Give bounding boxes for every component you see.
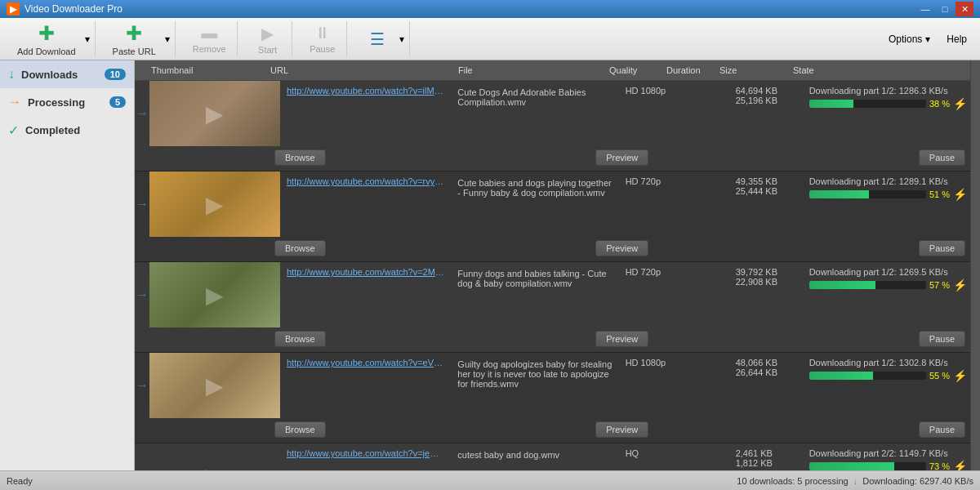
help-label: Help xyxy=(947,33,967,45)
downloads-count: 10 xyxy=(105,69,126,80)
dl-duration-1 xyxy=(679,81,733,146)
table-row: → ▶ http://www.youtube.com/watch?v=ilMzs… xyxy=(135,81,970,172)
pause-button-2[interactable]: Pause xyxy=(919,240,965,256)
dl-duration-3 xyxy=(679,262,733,327)
pause-button-3[interactable]: Pause xyxy=(919,331,965,347)
dl-file-col-2: Cute babies and dogs playing together - … xyxy=(451,172,621,237)
queue-group: ☰ ▾ xyxy=(354,21,410,57)
dl-speed-icon-1: ⚡ xyxy=(953,97,967,110)
dl-state-1: Downloading part 1/2: 1286.3 KB/s 38 % ⚡ xyxy=(806,81,970,146)
dl-main-2: → ▶ http://www.youtube.com/watch?v=rvyrG… xyxy=(135,172,970,237)
dl-url-3[interactable]: http://www.youtube.com/watch?v=2MzrMpM8O… xyxy=(287,267,444,277)
header-quality: Quality xyxy=(604,64,662,77)
window-controls: — □ ✕ xyxy=(916,2,973,16)
options-arrow-icon: ▾ xyxy=(925,33,930,45)
start-label: Start xyxy=(258,45,277,55)
add-download-button[interactable]: ✚ Add Download xyxy=(10,21,83,57)
preview-button-2[interactable]: Preview xyxy=(595,240,648,256)
dl-info-1: http://www.youtube.com/watch?v=ilMzs1UHE… xyxy=(280,81,451,146)
preview-button-3[interactable]: Preview xyxy=(595,331,648,347)
dl-progress-bar-5 xyxy=(809,462,926,470)
remove-group: ▬ Remove xyxy=(182,21,238,57)
dl-progress-bar-1 xyxy=(809,100,926,108)
table-row: → ▶ http://www.youtube.com/watch?v=jeNuh… xyxy=(135,443,970,470)
dl-file-col-3: Funny dogs and babies talking - Cute dog… xyxy=(451,262,621,327)
dl-url-5[interactable]: http://www.youtube.com/watch?v=jeNuhCzkk… xyxy=(287,448,444,458)
dl-file-2: Cute babies and dogs playing together - … xyxy=(457,178,615,198)
add-download-dropdown[interactable]: ▾ xyxy=(83,32,91,47)
paste-url-dropdown[interactable]: ▾ xyxy=(163,32,172,47)
pause-button-4[interactable]: Pause xyxy=(919,421,965,438)
dl-size2-2: 25,444 KB xyxy=(736,186,803,196)
dl-quality-5: HQ xyxy=(622,443,679,470)
minimize-button[interactable]: — xyxy=(916,2,934,16)
dl-url-2[interactable]: http://www.youtube.com/watch?v=rvyrGEzE-… xyxy=(287,176,444,186)
header-url: URL xyxy=(265,64,453,77)
close-button[interactable]: ✕ xyxy=(956,2,973,16)
paste-url-button[interactable]: ✚ Paste URL xyxy=(105,21,163,57)
dl-state-3: Downloading part 1/2: 1269.5 KB/s 57 % ⚡ xyxy=(806,262,970,327)
dl-url-4[interactable]: http://www.youtube.com/watch?v=eV8k2cpAp… xyxy=(287,358,444,368)
scrollbar[interactable] xyxy=(970,60,980,470)
header-file: File xyxy=(453,64,604,77)
browse-button-3[interactable]: Browse xyxy=(274,331,326,347)
header-state: State xyxy=(788,64,970,77)
dl-state-text-4: Downloading part 1/2: 1302.8 KB/s xyxy=(809,358,967,368)
browse-button-4[interactable]: Browse xyxy=(274,421,326,438)
dl-thumb-2: ▶ xyxy=(149,172,280,237)
dl-speed-icon-3: ⚡ xyxy=(953,278,967,292)
dl-actions-3: Browse Preview Pause xyxy=(135,327,970,352)
table-row: → ▶ http://www.youtube.com/watch?v=2MzrM… xyxy=(135,262,970,353)
preview-button-4[interactable]: Preview xyxy=(595,421,648,438)
sidebar-processing-label: Processing xyxy=(28,96,103,109)
status-ready: Ready xyxy=(7,476,33,486)
sidebar-item-completed[interactable]: ✓ Completed xyxy=(0,116,134,145)
dl-size1-1: 64,694 KB xyxy=(736,86,803,96)
dl-file-3: Funny dogs and babies talking - Cute dog… xyxy=(457,269,615,288)
dl-state-text-5: Downloading part 2/2: 1149.7 KB/s xyxy=(809,448,967,458)
dl-percent-4: 55 % xyxy=(929,371,950,381)
table-header: Thumbnail URL File Quality Duration Size… xyxy=(135,60,970,81)
remove-button[interactable]: ▬ Remove xyxy=(185,21,234,57)
dl-speed-icon-2: ⚡ xyxy=(953,188,967,201)
dl-thumb-5: ▶ xyxy=(149,443,280,470)
pause-button-1[interactable]: Pause xyxy=(919,149,965,166)
browse-button-1[interactable]: Browse xyxy=(274,149,326,166)
paste-url-label: Paste URL xyxy=(113,47,156,56)
dl-duration-2 xyxy=(679,172,733,237)
queue-button[interactable]: ☰ xyxy=(357,21,398,57)
dl-percent-5: 73 % xyxy=(929,461,950,470)
preview-button-1[interactable]: Preview xyxy=(595,149,648,166)
dl-size-5: 2,461 KB 1,812 KB xyxy=(733,443,806,470)
download-speed-icon: ↓ xyxy=(853,476,858,486)
start-button[interactable]: ▶ Start xyxy=(247,21,288,57)
help-button[interactable]: Help xyxy=(940,30,973,48)
dl-info-3: http://www.youtube.com/watch?v=2MzrMpM8O… xyxy=(280,262,451,327)
options-button[interactable]: Options ▾ xyxy=(882,30,937,48)
sidebar-completed-label: Completed xyxy=(25,124,126,136)
dl-file-col-5: cutest baby and dog.wmv xyxy=(451,443,621,470)
dl-url-1[interactable]: http://www.youtube.com/watch?v=ilMzs1UHE… xyxy=(287,86,444,96)
add-download-label: Add Download xyxy=(17,47,76,56)
dl-state-text-3: Downloading part 1/2: 1269.5 KB/s xyxy=(809,267,967,277)
paste-url-icon: ✚ xyxy=(126,22,142,45)
dl-progress-row-1: 38 % ⚡ xyxy=(809,97,967,110)
dl-progress-fill-4 xyxy=(809,372,874,380)
dl-arrow-2: → xyxy=(135,172,149,237)
dl-file-4: Guilty dog apologizes baby for stealing … xyxy=(457,359,615,389)
dl-progress-row-5: 73 % ⚡ xyxy=(809,460,967,470)
queue-dropdown[interactable]: ▾ xyxy=(398,32,406,47)
maximize-button[interactable]: □ xyxy=(936,2,954,16)
dl-progress-fill-3 xyxy=(809,281,876,289)
dl-duration-4 xyxy=(679,353,733,418)
processing-count: 5 xyxy=(109,96,126,108)
sidebar: ↓ Downloads 10 → Processing 5 ✓ Complete… xyxy=(0,60,135,470)
dl-main-5: → ▶ http://www.youtube.com/watch?v=jeNuh… xyxy=(135,443,970,470)
dl-thumb-1: ▶ xyxy=(149,81,280,146)
browse-button-2[interactable]: Browse xyxy=(274,240,326,256)
sidebar-item-downloads[interactable]: ↓ Downloads 10 xyxy=(0,60,134,88)
sidebar-item-processing[interactable]: → Processing 5 xyxy=(0,88,134,116)
pause-button[interactable]: ⏸ Pause xyxy=(302,21,343,57)
dl-actions-1: Browse Preview Pause xyxy=(135,146,970,171)
main-area: ↓ Downloads 10 → Processing 5 ✓ Complete… xyxy=(0,60,980,470)
